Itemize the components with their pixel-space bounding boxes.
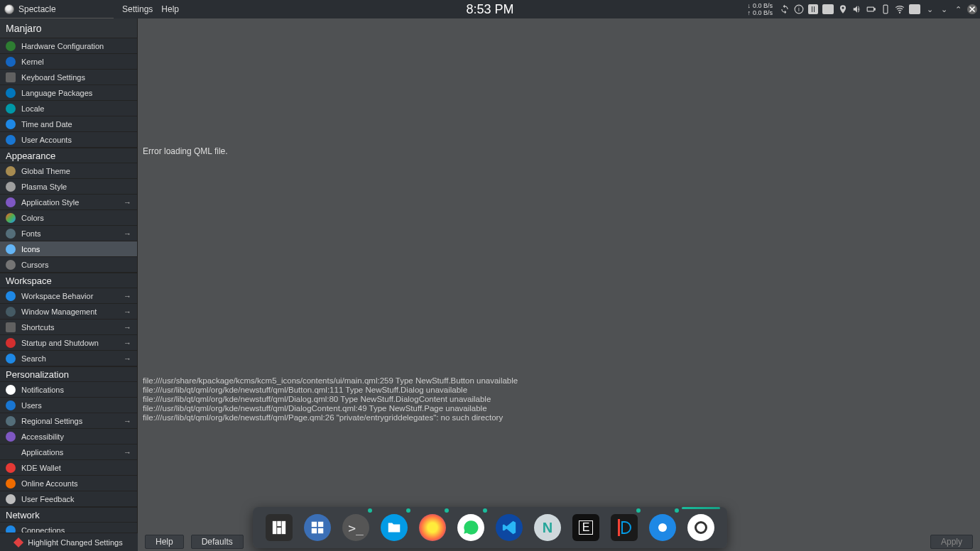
info-icon[interactable]: i [794, 4, 804, 14]
error-detail: file:///usr/share/kpackage/kcms/kcm5_ico… [143, 376, 518, 422]
sidebar-item-label: Window Management [21, 307, 97, 316]
sidebar-item-startup-shutdown[interactable]: Startup and Shutdown→ [0, 335, 137, 351]
sidebar-item-fonts[interactable]: Fonts→ [0, 226, 137, 241]
sidebar-item-label: Locale [21, 104, 44, 113]
sidebar-item-regional-settings[interactable]: Regional Settings→ [0, 413, 137, 429]
global-theme-icon [6, 166, 16, 176]
apply-button[interactable]: Apply [930, 535, 973, 549]
close-icon[interactable] [967, 4, 977, 14]
battery-icon[interactable] [866, 4, 876, 14]
sidebar-item-colors[interactable]: Colors [0, 210, 137, 226]
accessibility-icon [6, 432, 16, 442]
sidebar-item-label: Applications [21, 448, 63, 457]
sidebar-item-search[interactable]: Search→ [0, 351, 137, 366]
sync-icon[interactable] [780, 4, 790, 14]
sidebar-item-workspace-behavior[interactable]: Workspace Behavior→ [0, 288, 137, 304]
svg-rect-2 [867, 7, 873, 11]
locale-icon [6, 104, 16, 114]
dock-whatsapp[interactable] [457, 514, 484, 541]
sidebar-item-label: Plasma Style [21, 182, 67, 191]
sidebar-item-notifications[interactable]: Notifications [0, 382, 137, 398]
sidebar-item-online-accounts[interactable]: Online Accounts [0, 476, 137, 491]
menu-settings[interactable]: Settings [122, 4, 153, 14]
svg-rect-9 [282, 521, 286, 534]
volume-icon[interactable] [852, 4, 862, 14]
help-button[interactable]: Help [145, 535, 184, 549]
sidebar-item-label: Icons [21, 245, 40, 253]
chevron-right-icon: → [124, 198, 131, 207]
sidebar-item-user-feedback[interactable]: User Feedback [0, 491, 137, 507]
sidebar-item-accessibility[interactable]: Accessibility [0, 429, 137, 444]
sidebar-item-language-packages[interactable]: Language Packages [0, 85, 137, 101]
sidebar-item-label: Kernel [21, 58, 44, 66]
startup-shutdown-icon [6, 338, 16, 348]
section-header-personalization: Personalization [0, 366, 137, 382]
dock-vscode[interactable] [496, 514, 523, 541]
sidebar-item-time-date[interactable]: Time and Date [0, 116, 137, 132]
sidebar-item-keyboard-settings[interactable]: Keyboard Settings [0, 70, 137, 85]
dock-noteapp[interactable]: N [534, 514, 561, 541]
search-icon [6, 354, 16, 364]
dock-firefox[interactable] [419, 514, 446, 541]
panel-chevron-up-icon[interactable]: ⌃ [953, 4, 963, 14]
netspeed-indicator[interactable]: ↓0.0 B/s ↑0.0 B/s [747, 2, 773, 16]
kernel-icon [6, 57, 16, 67]
kde-wallet-icon [6, 463, 16, 473]
clock[interactable]: 8:53 PM [466, 2, 513, 17]
application-style-icon [6, 197, 16, 207]
sidebar-item-global-theme[interactable]: Global Theme [0, 163, 137, 179]
sidebar-item-kde-wallet[interactable]: KDE Wallet [0, 460, 137, 476]
dock-editor[interactable]: E [572, 514, 599, 541]
applications-icon [6, 447, 16, 457]
dock-manjaro[interactable] [266, 514, 293, 541]
cursors-icon [6, 260, 16, 270]
display-icon[interactable] [909, 4, 920, 14]
panel-chevron-down-icon[interactable]: ⌄ [939, 4, 949, 14]
sidebar-item-label: Online Accounts [21, 479, 78, 488]
sidebar-item-user-accounts[interactable]: User Accounts [0, 132, 137, 148]
sidebar-item-icons[interactable]: Icons [0, 241, 137, 257]
sidebar-item-kernel[interactable]: Kernel [0, 54, 137, 70]
wifi-icon[interactable] [895, 4, 905, 14]
svg-rect-8 [277, 528, 281, 534]
menu-help[interactable]: Help [161, 4, 179, 14]
sidebar-item-label: User Accounts [21, 136, 72, 144]
chevron-right-icon: → [124, 229, 131, 238]
dock-gimp[interactable] [611, 514, 638, 541]
window-management-icon [6, 307, 16, 317]
highlight-icon [13, 537, 23, 547]
tray-chevron-down-icon[interactable]: ⌄ [925, 4, 935, 14]
sidebar-item-hardware-config[interactable]: Hardware Configuration [0, 38, 137, 54]
dock-discover[interactable] [304, 514, 331, 541]
sidebar-item-application-style[interactable]: Application Style→ [0, 195, 137, 210]
pause-icon[interactable]: II [808, 4, 818, 14]
fonts-icon [6, 229, 16, 239]
top-panel: Spectacle Settings Help 8:53 PM ↓0.0 B/s… [0, 0, 980, 18]
dock-files[interactable] [381, 514, 408, 541]
sidebar-item-label: Cursors [21, 261, 49, 269]
svg-rect-11 [318, 522, 323, 527]
sidebar-item-applications[interactable]: Applications→ [0, 444, 137, 460]
menubar: Settings Help [114, 4, 179, 14]
chevron-right-icon: → [124, 292, 131, 300]
sidebar-item-plasma-style[interactable]: Plasma Style [0, 179, 137, 195]
notifications-icon [6, 385, 16, 395]
online-accounts-icon [6, 479, 16, 489]
highlight-changed-settings[interactable]: Highlight Changed Settings [0, 533, 138, 551]
location-icon[interactable] [838, 4, 848, 14]
dock-terminal[interactable]: >_ [342, 514, 369, 541]
sidebar-item-cursors[interactable]: Cursors [0, 257, 137, 273]
dock-settings[interactable] [649, 514, 676, 541]
sidebar-item-users[interactable]: Users [0, 398, 137, 413]
sidebar-item-shortcuts[interactable]: Shortcuts→ [0, 320, 137, 335]
phone-icon[interactable] [881, 4, 891, 14]
defaults-button[interactable]: Defaults [191, 535, 244, 549]
chevron-right-icon: → [124, 339, 131, 347]
chevron-right-icon: → [124, 417, 131, 425]
users-icon [6, 400, 16, 410]
intel-icon[interactable] [822, 4, 834, 14]
sidebar-item-locale[interactable]: Locale [0, 101, 137, 116]
sidebar-item-window-management[interactable]: Window Management→ [0, 304, 137, 320]
dock-spectacle[interactable] [687, 514, 714, 541]
sidebar-item-label: Search [21, 354, 46, 363]
